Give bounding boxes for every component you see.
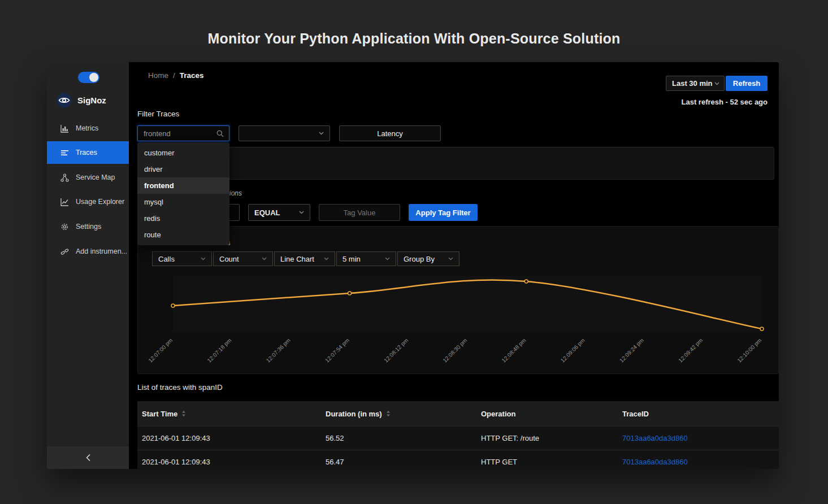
traces-lines-icon — [60, 149, 69, 157]
interval-select[interactable]: 5 min — [336, 251, 396, 266]
cell-operation: HTTP GET — [476, 458, 618, 466]
service-map-icon — [60, 173, 69, 182]
svg-text:12:07:36 pm: 12:07:36 pm — [265, 337, 292, 364]
sidebar-item-label: Traces — [76, 149, 97, 157]
svg-text:12:09:42 pm: 12:09:42 pm — [677, 337, 704, 364]
tag-operator-select[interactable]: EQUAL — [248, 204, 310, 221]
column-label: TraceID — [622, 410, 649, 418]
svg-text:12:09:06 pm: 12:09:06 pm — [560, 337, 586, 364]
app-window: SigNoz Metrics Traces — [47, 62, 779, 469]
chevron-down-icon — [714, 82, 719, 85]
bar-chart-icon — [60, 124, 69, 133]
brand[interactable]: SigNoz — [57, 93, 106, 108]
chevron-down-icon — [299, 211, 304, 214]
cell-duration: 56.52 — [321, 434, 476, 442]
sidebar-item-settings[interactable]: Settings — [47, 215, 129, 238]
sidebar-item-label: Usage Explorer — [76, 198, 124, 206]
dropdown-option[interactable]: route — [137, 227, 229, 243]
sidebar-item-usage-explorer[interactable]: Usage Explorer — [47, 190, 129, 213]
chevron-down-icon — [262, 257, 267, 260]
calls-line-chart: 12:07:00 pm12:07:18 pm12:07:36 pm12:07:5… — [141, 267, 777, 374]
cell-duration: 56.47 — [321, 458, 476, 466]
chevron-down-icon — [385, 257, 390, 260]
breadcrumb-current: Traces — [180, 71, 204, 80]
interval-select-value: 5 min — [343, 255, 361, 263]
refresh-button[interactable]: Refresh — [726, 76, 768, 91]
toggle-knob — [89, 73, 98, 82]
apply-tag-filter-button[interactable]: Apply Tag Filter — [409, 204, 478, 221]
visualization-controls: Calls Count Line Chart 5 min Group By — [152, 251, 459, 266]
svg-text:12:07:18 pm: 12:07:18 pm — [206, 337, 233, 364]
main-content: Home / Traces Last 30 min Refresh Last r… — [129, 62, 779, 469]
dropdown-option[interactable]: customer — [137, 145, 229, 161]
traces-list-heading: List of traces with spanID — [137, 383, 223, 392]
sort-icon[interactable] — [181, 410, 186, 417]
cell-start-time: 2021-06-01 12:09:43 — [137, 458, 321, 466]
latency-button[interactable]: Latency — [339, 125, 441, 141]
sidebar: SigNoz Metrics Traces — [47, 62, 129, 469]
column-label: Operation — [481, 410, 515, 418]
dropdown-option[interactable]: redis — [137, 210, 229, 227]
svg-text:12:08:48 pm: 12:08:48 pm — [501, 337, 527, 364]
table-body: 2021-06-01 12:09:4356.52HTTP GET: /route… — [137, 426, 779, 469]
theme-toggle[interactable] — [78, 72, 99, 83]
group-by-select[interactable]: Group By — [397, 251, 459, 266]
sidebar-collapse-button[interactable] — [47, 446, 129, 469]
dropdown-option-selected[interactable]: frontend — [137, 177, 229, 194]
chevron-left-icon — [85, 454, 91, 462]
sort-icon[interactable] — [386, 410, 391, 417]
operation-select[interactable] — [239, 125, 330, 141]
service-search-input[interactable] — [138, 129, 216, 138]
table-row[interactable]: 2021-06-01 12:09:4356.47HTTP GET7013aa6a… — [137, 450, 779, 469]
cell-start-time: 2021-06-01 12:09:43 — [137, 434, 321, 442]
service-search-field[interactable] — [137, 125, 229, 141]
aggregation-select[interactable]: Count — [213, 251, 273, 266]
svg-text:12:09:24 pm: 12:09:24 pm — [618, 337, 645, 364]
last-refresh-text: Last refresh - 52 sec ago — [682, 98, 768, 106]
sidebar-item-label: Service Map — [76, 173, 115, 181]
column-operation: Operation — [476, 410, 618, 418]
search-icon — [216, 130, 224, 137]
svg-text:12:08:12 pm: 12:08:12 pm — [383, 337, 409, 364]
filter-results-panel — [141, 147, 774, 180]
dropdown-option[interactable]: driver — [137, 161, 229, 177]
column-start-time[interactable]: Start Time — [137, 410, 321, 418]
sidebar-item-metrics[interactable]: Metrics — [47, 117, 129, 140]
chart-type-select-value: Line Chart — [280, 255, 314, 263]
sidebar-item-label: Settings — [76, 223, 101, 231]
dropdown-option[interactable]: mysql — [137, 194, 229, 210]
tag-operator-value: EQUAL — [254, 208, 280, 217]
sidebar-item-traces[interactable]: Traces — [47, 141, 129, 164]
svg-text:12:07:54 pm: 12:07:54 pm — [324, 337, 350, 364]
svg-text:12:10:00 pm: 12:10:00 pm — [736, 337, 762, 364]
filter-traces-heading: Filter Traces — [137, 110, 179, 118]
page-title: Monitor Your Python Application With Ope… — [0, 31, 828, 47]
time-range-value: Last 30 min — [672, 79, 713, 88]
chart-type-select[interactable]: Line Chart — [274, 251, 335, 266]
column-duration[interactable]: Duration (in ms) — [321, 410, 476, 418]
brand-label: SigNoz — [77, 95, 106, 105]
table-header-row: Start Time Duration (in ms) Operation Tr… — [137, 401, 779, 426]
metric-select[interactable]: Calls — [152, 251, 212, 266]
column-label: Start Time — [142, 410, 177, 418]
breadcrumb-home[interactable]: Home — [148, 71, 168, 80]
group-by-select-value: Group By — [404, 255, 435, 263]
chevron-down-icon — [201, 257, 206, 260]
link-icon — [60, 247, 69, 256]
signoz-logo-icon — [57, 93, 72, 108]
time-range-select[interactable]: Last 30 min — [666, 76, 725, 91]
table-row[interactable]: 2021-06-01 12:09:4356.52HTTP GET: /route… — [137, 426, 779, 450]
chevron-down-icon — [448, 257, 453, 260]
sidebar-item-service-map[interactable]: Service Map — [47, 166, 129, 189]
sidebar-item-add-instrumentation[interactable]: Add instrumen... — [47, 240, 129, 263]
cell-operation: HTTP GET: /route — [476, 434, 618, 442]
svg-text:12:07:00 pm: 12:07:00 pm — [147, 337, 174, 364]
aggregation-select-value: Count — [219, 255, 239, 263]
trace-id-link[interactable]: 7013aa6a0da3d860 — [618, 458, 779, 466]
tag-value-input[interactable] — [319, 204, 400, 221]
service-options-dropdown: customer driver frontend mysql redis rou… — [137, 142, 229, 245]
breadcrumb: Home / Traces — [148, 71, 204, 80]
column-label: Duration (in ms) — [326, 410, 382, 418]
custom-visualizations-panel: Custom Visualizations Calls Count Line C… — [137, 226, 779, 374]
trace-id-link[interactable]: 7013aa6a0da3d860 — [618, 434, 779, 442]
